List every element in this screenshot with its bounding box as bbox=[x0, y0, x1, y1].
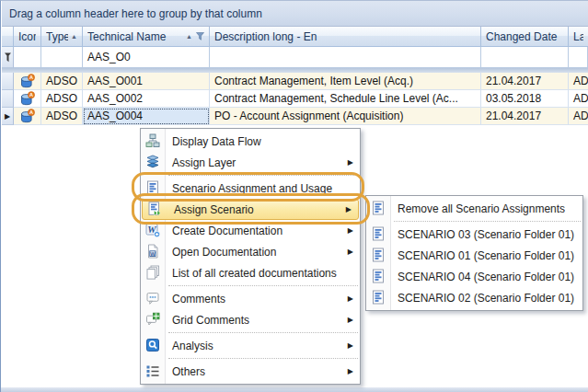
table-row[interactable]: A ADSO AAS_O002 Contract Management, Sch… bbox=[2, 90, 588, 108]
cell-last[interactable]: AD bbox=[569, 90, 588, 108]
bullet-list-icon bbox=[145, 363, 160, 378]
filter-value: AAS_O0 bbox=[87, 51, 131, 63]
group-by-panel[interactable]: Drag a column header here to group by th… bbox=[2, 1, 588, 27]
analysis-magnifier-icon bbox=[145, 338, 160, 352]
svg-text:A: A bbox=[29, 110, 32, 115]
cell-technical-name-focused[interactable]: AAS_O004 bbox=[83, 108, 210, 125]
menu-item-label: SCENARIO 02 (Scenario Folder 01) bbox=[398, 292, 574, 305]
menu-item-comments[interactable]: Comments ▶ bbox=[141, 288, 360, 309]
menu-item-label: List of all created documentations bbox=[172, 267, 337, 280]
assign-scenario-icon bbox=[147, 202, 162, 216]
submenu-item-remove-all[interactable]: Remove all Scenario Assignments bbox=[366, 198, 582, 219]
menu-item-label: Remove all Scenario Assignments bbox=[398, 202, 565, 215]
menu-item-label: Comments bbox=[172, 293, 225, 306]
submenu-arrow-icon: ▶ bbox=[348, 248, 353, 256]
svg-text:A: A bbox=[29, 92, 32, 98]
menu-item-scenario-assignment-and-usage[interactable]: Scenario Assignment and Usage bbox=[141, 178, 360, 199]
filter-cell-last[interactable] bbox=[569, 47, 588, 68]
submenu-arrow-icon: ▶ bbox=[348, 367, 353, 375]
menu-item-display-data-flow[interactable]: Display Data Flow bbox=[141, 131, 360, 152]
column-header-type[interactable]: Type ▲ bbox=[41, 27, 83, 47]
svg-text:W: W bbox=[150, 251, 156, 257]
column-filter-icon[interactable] bbox=[196, 32, 204, 40]
cell-changed-date[interactable]: 21.04.2017 bbox=[481, 73, 569, 90]
menu-item-assign-scenario[interactable]: Assign Scenario ▶ bbox=[142, 199, 359, 220]
group-by-panel-text: Drag a column header here to group by th… bbox=[9, 7, 262, 20]
filter-cell-technical-name[interactable]: AAS_O0 bbox=[83, 47, 210, 68]
cell-description[interactable]: PO - Account Assignment (Acquisition) bbox=[210, 108, 481, 125]
menu-item-label: Others bbox=[172, 365, 205, 378]
menu-item-label: Open Documentation bbox=[172, 246, 276, 259]
menu-item-label: Display Data Flow bbox=[172, 135, 261, 148]
cell-type[interactable]: ADSO bbox=[41, 108, 83, 125]
scenario-document-icon bbox=[371, 226, 386, 241]
copy-pages-icon bbox=[145, 265, 160, 280]
menu-item-label: Assign Scenario bbox=[174, 203, 254, 216]
cell-description[interactable]: Contract Management, Schedule Line Level… bbox=[210, 90, 481, 108]
column-header-last[interactable]: La bbox=[569, 27, 588, 47]
word-create-icon: W bbox=[145, 223, 160, 237]
comment-bubble-icon bbox=[145, 291, 160, 306]
cell-changed-date[interactable]: 21.04.2017 bbox=[481, 108, 569, 125]
column-header-description[interactable]: Description long - En bbox=[210, 27, 481, 47]
submenu-arrow-icon: ▶ bbox=[348, 294, 353, 303]
cell-changed-date[interactable]: 03.05.2018 bbox=[481, 90, 569, 108]
cell-technical-name[interactable]: AAS_O002 bbox=[83, 90, 210, 108]
column-header-label: Technical Name bbox=[87, 30, 183, 43]
menu-item-assign-layer[interactable]: Assign Layer ▶ bbox=[141, 152, 360, 173]
table-row[interactable]: A ADSO AAS_O001 Contract Management, Ite… bbox=[2, 73, 588, 90]
scenario-document-icon bbox=[145, 180, 160, 195]
data-flow-icon bbox=[145, 133, 160, 148]
menu-item-label: Analysis bbox=[172, 340, 213, 352]
adso-cylinder-icon: A bbox=[20, 109, 35, 123]
scenario-document-icon bbox=[371, 201, 386, 215]
layers-stack-icon bbox=[145, 155, 160, 169]
column-header-label: Changed Date bbox=[486, 30, 563, 43]
assign-scenario-submenu: Remove all Scenario Assignments SCENARIO… bbox=[365, 195, 583, 311]
submenu-item-scenario-01[interactable]: SCENARIO 01 (Scenario Folder 01) bbox=[366, 245, 582, 266]
filter-row-indicator bbox=[2, 47, 14, 68]
cell-last[interactable]: AD bbox=[569, 108, 588, 125]
filter-cell-description[interactable] bbox=[210, 47, 481, 68]
submenu-item-scenario-02[interactable]: SCENARIO 02 (Scenario Folder 01) bbox=[366, 287, 582, 308]
scenario-document-icon bbox=[371, 290, 386, 305]
column-header-label: Icon bbox=[18, 30, 36, 43]
column-header-label: La bbox=[573, 30, 583, 43]
adso-cylinder-icon: A bbox=[20, 74, 35, 88]
filter-cell-icon[interactable] bbox=[14, 47, 41, 68]
current-row-arrow-icon: ▶ bbox=[5, 112, 10, 121]
submenu-arrow-icon: ▶ bbox=[346, 205, 352, 213]
cell-last[interactable]: AD bbox=[569, 73, 588, 90]
cell-technical-name[interactable]: AAS_O001 bbox=[83, 73, 210, 90]
cell-icon: A bbox=[14, 73, 41, 90]
submenu-item-scenario-04[interactable]: SCENARIO 04 (Scenario Folder 01) bbox=[366, 266, 582, 287]
current-row-indicator: ▶ bbox=[2, 108, 14, 125]
svg-text:A: A bbox=[29, 75, 32, 80]
column-header-icon[interactable]: Icon bbox=[14, 27, 41, 47]
submenu-arrow-icon: ▶ bbox=[348, 316, 353, 324]
filter-cell-type[interactable] bbox=[41, 47, 83, 68]
menu-item-list-documentations[interactable]: List of all created documentations bbox=[141, 262, 360, 283]
cell-type[interactable]: ADSO bbox=[41, 73, 83, 90]
menu-item-open-documentation[interactable]: W Open Documentation ▶ bbox=[141, 241, 360, 262]
menu-item-grid-comments[interactable]: Grid Comments ▶ bbox=[141, 309, 360, 330]
column-header-label: Description long - En bbox=[214, 30, 476, 43]
menu-item-label: SCENARIO 03 (Scenario Folder 01) bbox=[398, 228, 574, 241]
menu-item-others[interactable]: Others ▶ bbox=[141, 361, 360, 382]
scenario-document-icon bbox=[371, 248, 386, 262]
cell-type[interactable]: ADSO bbox=[41, 90, 83, 108]
cell-icon: A bbox=[14, 108, 41, 125]
grid-header-row: Icon Type ▲ Technical Name ▲ Description… bbox=[2, 27, 588, 47]
menu-item-create-documentation[interactable]: W Create Documentation ▶ bbox=[141, 220, 360, 241]
filter-funnel-icon bbox=[4, 52, 12, 63]
column-header-changed-date[interactable]: Changed Date bbox=[481, 27, 569, 47]
sort-ascending-icon: ▲ bbox=[71, 33, 77, 40]
menu-item-label: Assign Layer bbox=[172, 156, 236, 169]
column-header-technical-name[interactable]: Technical Name ▲ bbox=[83, 27, 210, 47]
filter-cell-changed-date[interactable] bbox=[481, 47, 569, 68]
cell-icon: A bbox=[14, 90, 41, 108]
table-row-selected[interactable]: ▶ A ADSO AAS_O004 PO - Account Assignmen… bbox=[2, 108, 588, 125]
submenu-item-scenario-03[interactable]: SCENARIO 03 (Scenario Folder 01) bbox=[366, 224, 582, 245]
cell-description[interactable]: Contract Management, Item Level (Acq.) bbox=[210, 73, 481, 90]
menu-item-analysis[interactable]: Analysis ▶ bbox=[141, 335, 360, 356]
